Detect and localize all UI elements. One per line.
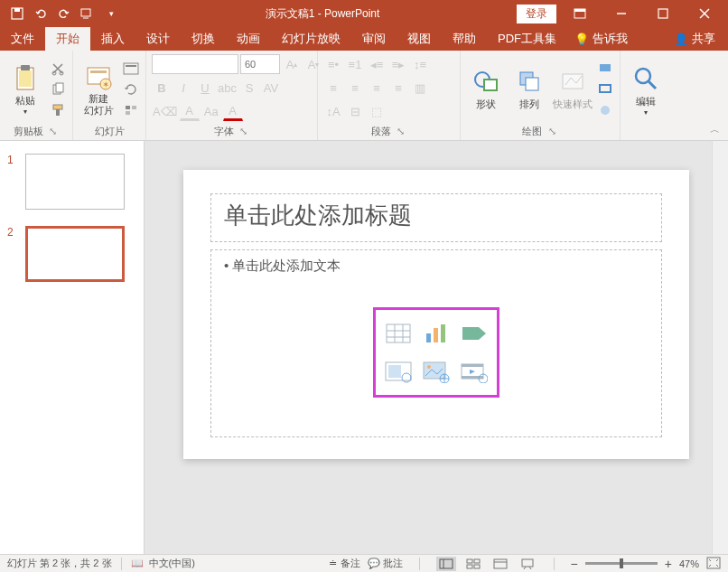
underline-button[interactable]: U [195, 78, 215, 98]
italic-button[interactable]: I [173, 78, 193, 98]
slideshow-view-icon[interactable] [518, 557, 537, 571]
font-size-combo[interactable] [240, 54, 280, 74]
tab-transitions[interactable]: 切换 [181, 27, 226, 51]
arrange-button[interactable]: 排列 [509, 58, 549, 121]
bullets-icon[interactable]: ≡• [323, 54, 343, 74]
save-icon[interactable] [9, 5, 25, 22]
qat-customize-icon[interactable]: ▾ [103, 5, 119, 22]
tab-view[interactable]: 视图 [397, 27, 442, 51]
language-status[interactable]: 中文(中国) [149, 557, 195, 570]
font-dialog-launcher-icon[interactable]: ⤡ [238, 126, 250, 138]
tab-design[interactable]: 设计 [135, 27, 181, 51]
tab-slideshow[interactable]: 幻灯片放映 [271, 27, 351, 51]
zoom-slider[interactable] [585, 562, 658, 565]
columns-icon[interactable]: ▥ [410, 78, 430, 98]
close-icon[interactable] [686, 1, 723, 26]
tell-me-search[interactable]: 💡 告诉我 [574, 31, 628, 47]
minimize-icon[interactable] [603, 1, 639, 26]
shape-fill-icon[interactable] [596, 60, 614, 78]
spellcheck-icon[interactable]: 📖 [131, 558, 144, 569]
shapes-button[interactable]: 形状 [466, 58, 506, 121]
slide-sorter-view-icon[interactable] [463, 557, 483, 571]
ribbon-display-options-icon[interactable] [562, 1, 598, 26]
tell-me-label: 告诉我 [593, 31, 628, 47]
edit-button[interactable]: 编辑 ▾ [626, 59, 666, 122]
highlight-color-icon[interactable]: A [180, 101, 200, 121]
numbering-icon[interactable]: ≡1 [345, 54, 365, 74]
shape-effects-icon[interactable] [596, 101, 614, 119]
quick-styles-button[interactable]: 快速样式 [553, 58, 593, 121]
reading-view-icon[interactable] [490, 557, 510, 571]
increase-font-icon[interactable]: A▴ [282, 54, 302, 74]
insert-chart-icon[interactable] [419, 315, 453, 351]
reset-icon[interactable] [122, 80, 140, 98]
content-placeholder[interactable]: • 单击此处添加文本 [210, 249, 662, 437]
copy-icon[interactable] [49, 80, 67, 98]
thumbnail-2[interactable]: 2 [7, 226, 136, 282]
align-text-icon[interactable]: ⊟ [345, 101, 365, 121]
increase-indent-icon[interactable]: ≡▸ [388, 54, 408, 74]
justify-icon[interactable]: ≡ [388, 78, 408, 98]
drawing-dialog-launcher-icon[interactable]: ⤡ [546, 126, 558, 138]
comments-button[interactable]: 💬 批注 [368, 557, 403, 570]
tab-animations[interactable]: 动画 [226, 27, 271, 51]
redo-icon[interactable] [56, 5, 72, 22]
clear-formatting-icon[interactable]: A⌫ [152, 101, 178, 121]
share-button[interactable]: 👤 共享 [661, 31, 728, 47]
quick-styles-label: 快速样式 [553, 98, 593, 111]
zoom-slider-thumb[interactable] [620, 558, 623, 568]
fit-to-window-icon[interactable] [706, 557, 721, 571]
new-slide-button[interactable]: ✶ 新建 幻灯片 [79, 58, 118, 121]
notes-button[interactable]: ≐ 备注 [329, 557, 359, 570]
decrease-indent-icon[interactable]: ◂≡ [367, 54, 387, 74]
insert-video-icon[interactable] [457, 354, 491, 389]
insert-online-picture-icon[interactable] [419, 354, 453, 389]
char-spacing-icon[interactable]: AV [261, 78, 281, 98]
tab-file[interactable]: 文件 [0, 27, 45, 51]
cut-icon[interactable] [49, 60, 67, 78]
maximize-icon[interactable] [645, 1, 681, 26]
tab-pdf[interactable]: PDF工具集 [487, 27, 567, 51]
undo-icon[interactable] [33, 5, 49, 22]
tab-review[interactable]: 审阅 [351, 27, 397, 51]
clipboard-dialog-launcher-icon[interactable]: ⤡ [47, 126, 60, 138]
paste-button[interactable]: 粘贴 ▾ [5, 58, 45, 121]
slide-thumbnails-panel[interactable]: 1 2 [0, 141, 145, 554]
layout-icon[interactable] [122, 60, 140, 78]
align-center-icon[interactable]: ≡ [345, 78, 365, 98]
paragraph-dialog-launcher-icon[interactable]: ⤡ [395, 126, 407, 138]
insert-picture-icon[interactable] [381, 354, 415, 389]
align-left-icon[interactable]: ≡ [323, 78, 343, 98]
vertical-scrollbar[interactable] [712, 141, 728, 554]
insert-table-icon[interactable] [381, 315, 415, 351]
smartart-icon[interactable]: ⬚ [367, 101, 387, 121]
normal-view-icon[interactable] [436, 557, 456, 571]
workspace: 1 2 软件自学网 WWW.RJZXW.COM 单击此处添加标题 • 单击此处添… [0, 141, 728, 554]
format-painter-icon[interactable] [49, 101, 67, 119]
align-right-icon[interactable]: ≡ [367, 78, 387, 98]
shadow-button[interactable]: S [239, 78, 259, 98]
font-family-combo[interactable] [152, 54, 238, 74]
title-placeholder[interactable]: 单击此处添加标题 [210, 193, 662, 242]
thumbnail-1[interactable]: 1 [7, 154, 136, 210]
zoom-in-button[interactable]: + [665, 557, 672, 571]
font-color-icon[interactable]: A [223, 101, 243, 121]
tab-insert[interactable]: 插入 [90, 27, 135, 51]
start-from-beginning-icon[interactable] [79, 5, 96, 22]
tab-help[interactable]: 帮助 [442, 27, 487, 51]
insert-smartart-icon[interactable] [457, 315, 491, 351]
zoom-percent[interactable]: 47% [679, 558, 699, 569]
bold-button[interactable]: B [152, 78, 172, 98]
slide-counter[interactable]: 幻灯片 第 2 张，共 2 张 [7, 557, 112, 570]
shape-outline-icon[interactable] [596, 80, 614, 98]
zoom-out-button[interactable]: − [571, 557, 578, 571]
line-spacing-icon[interactable]: ↕≡ [410, 54, 430, 74]
section-icon[interactable] [122, 101, 140, 119]
strikethrough-button[interactable]: abc [217, 78, 238, 98]
collapse-ribbon-icon[interactable]: ︿ [706, 123, 723, 139]
text-direction-icon[interactable]: ↕A [323, 101, 343, 121]
login-button[interactable]: 登录 [517, 5, 556, 23]
change-case-icon[interactable]: Aa [201, 101, 221, 121]
tab-home[interactable]: 开始 [45, 27, 90, 51]
slide-canvas-area[interactable]: 软件自学网 WWW.RJZXW.COM 单击此处添加标题 • 单击此处添加文本 [145, 141, 728, 554]
